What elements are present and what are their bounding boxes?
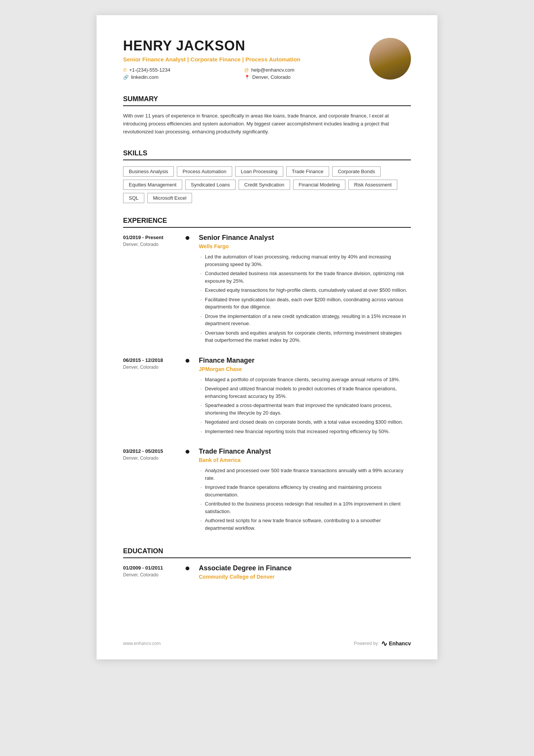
skills-list: Business AnalysisProcess AutomationLoan … xyxy=(123,166,411,203)
exp-content: Trade Finance AnalystBank of AmericaAnal… xyxy=(191,448,411,534)
exp-dates-col: 01/2019 - PresentDenver, Colorado xyxy=(123,234,184,346)
skill-tag: Loan Processing xyxy=(235,166,283,177)
skill-tag: Equities Management xyxy=(123,180,182,190)
exp-dates-col: 06/2015 - 12/2018Denver, Colorado xyxy=(123,357,184,437)
powered-by-text: Powered by xyxy=(354,641,378,646)
exp-company: Bank of America xyxy=(199,457,411,463)
experience-section: EXPERIENCE 01/2019 - PresentDenver, Colo… xyxy=(123,217,411,534)
exp-bullet: Facilitated three syndicated loan deals,… xyxy=(199,296,411,311)
exp-bullet: Executed equity transactions for high-pr… xyxy=(199,286,411,294)
email-icon: @ xyxy=(244,67,249,73)
edu-degree: Associate Degree in Finance xyxy=(199,564,411,572)
email-contact: @ help@enhancv.com xyxy=(244,67,358,73)
exp-content: Finance ManagerJPMorgan ChaseManaged a p… xyxy=(191,357,411,437)
skills-section: SKILLS Business AnalysisProcess Automati… xyxy=(123,149,411,203)
location-icon: 📍 xyxy=(244,75,250,80)
exp-bullet: Contributed to the business process rede… xyxy=(199,500,411,515)
exp-bullet: Oversaw bonds and equities analysis for … xyxy=(199,329,411,344)
avatar-image xyxy=(369,38,411,80)
exp-dates-col: 03/2012 - 05/2015Denver, Colorado xyxy=(123,448,184,534)
exp-bullet: Implemented new financial reporting tool… xyxy=(199,428,411,435)
exp-bullet: Developed and utilized financial models … xyxy=(199,385,411,400)
exp-bullet: Spearheaded a cross-departmental team th… xyxy=(199,402,411,416)
location-contact: 📍 Denver, Colorado xyxy=(244,74,358,80)
experience-item: 01/2019 - PresentDenver, ColoradoSenior … xyxy=(123,234,411,346)
skill-tag: SQL xyxy=(123,193,144,203)
summary-title: SUMMARY xyxy=(123,95,411,106)
avatar xyxy=(369,38,411,80)
skills-title: SKILLS xyxy=(123,149,411,160)
education-item: 01/2009 - 01/2011Denver, ColoradoAssocia… xyxy=(123,564,411,584)
contact-grid: ✆ +1-(234)-555-1234 @ help@enhancv.com 🔗… xyxy=(123,67,358,80)
exp-dot xyxy=(186,359,189,363)
exp-dates: 06/2015 - 12/2018 xyxy=(123,357,184,363)
logo-icon: ∿ xyxy=(381,639,387,648)
linkedin-text: linkedin.com xyxy=(131,74,158,80)
exp-dot-col xyxy=(184,448,191,534)
exp-bullet: Analyzed and processed over 500 trade fi… xyxy=(199,467,411,482)
enhancv-logo: ∿ Enhancv xyxy=(381,639,411,648)
experience-list: 01/2019 - PresentDenver, ColoradoSenior … xyxy=(123,234,411,534)
exp-company: JPMorgan Chase xyxy=(199,366,411,372)
exp-location: Denver, Colorado xyxy=(123,455,184,461)
footer-url: www.enhancv.com xyxy=(123,641,161,646)
email-text: help@enhancv.com xyxy=(251,67,294,73)
experience-title: EXPERIENCE xyxy=(123,217,411,228)
experience-item: 03/2012 - 05/2015Denver, ColoradoTrade F… xyxy=(123,448,411,534)
footer-powered: Powered by ∿ Enhancv xyxy=(354,639,411,648)
skill-tag: Financial Modeling xyxy=(293,180,345,190)
skill-tag: Corporate Bonds xyxy=(332,166,381,177)
exp-location: Denver, Colorado xyxy=(123,365,184,370)
exp-dot-col xyxy=(184,357,191,437)
skill-tag: Process Automation xyxy=(177,166,232,177)
experience-item: 06/2015 - 12/2018Denver, ColoradoFinance… xyxy=(123,357,411,437)
summary-section: SUMMARY With over 11 years of experience… xyxy=(123,95,411,136)
education-list: 01/2009 - 01/2011Denver, ColoradoAssocia… xyxy=(123,564,411,584)
edu-dot-col xyxy=(184,564,191,584)
resume-page: HENRY JACKSON Senior Finance Analyst | C… xyxy=(97,15,437,659)
linkedin-contact: 🔗 linkedin.com xyxy=(123,74,237,80)
skill-tag: Microsoft Excel xyxy=(147,193,192,203)
skill-tag: Syndicated Loans xyxy=(185,180,236,190)
edu-location: Denver, Colorado xyxy=(123,572,184,578)
exp-bullets: Led the automation of loan processing, r… xyxy=(199,253,411,344)
exp-dot xyxy=(186,450,189,454)
education-title: EDUCATION xyxy=(123,547,411,558)
linkedin-icon: 🔗 xyxy=(123,75,129,80)
exp-dot xyxy=(186,236,189,240)
header-section: HENRY JACKSON Senior Finance Analyst | C… xyxy=(123,38,411,80)
exp-job-title: Finance Manager xyxy=(199,357,411,365)
phone-icon: ✆ xyxy=(123,67,127,73)
exp-dot-col xyxy=(184,234,191,346)
exp-bullets: Analyzed and processed over 500 trade fi… xyxy=(199,467,411,532)
phone-text: +1-(234)-555-1234 xyxy=(129,67,170,73)
education-section: EDUCATION 01/2009 - 01/2011Denver, Color… xyxy=(123,547,411,584)
location-text: Denver, Colorado xyxy=(252,74,290,80)
exp-bullets: Managed a portfolio of corporate finance… xyxy=(199,376,411,435)
exp-bullet: Negotiated and closed deals on corporate… xyxy=(199,418,411,426)
skill-tag: Credit Syndication xyxy=(239,180,290,190)
exp-dates: 03/2012 - 05/2015 xyxy=(123,448,184,454)
edu-dates-col: 01/2009 - 01/2011Denver, Colorado xyxy=(123,564,184,584)
edu-dot xyxy=(186,567,189,570)
skill-tag: Trade Finance xyxy=(286,166,329,177)
exp-location: Denver, Colorado xyxy=(123,242,184,247)
exp-bullet: Drove the implementation of a new credit… xyxy=(199,313,411,327)
exp-company: Wells Fargo xyxy=(199,243,411,249)
exp-bullet: Led the automation of loan processing, r… xyxy=(199,253,411,268)
exp-bullet: Conducted detailed business risk assessm… xyxy=(199,270,411,285)
phone-contact: ✆ +1-(234)-555-1234 xyxy=(123,67,237,73)
edu-content: Associate Degree in FinanceCommunity Col… xyxy=(191,564,411,584)
skill-tag: Business Analysis xyxy=(123,166,174,177)
exp-bullet: Authored test scripts for a new trade fi… xyxy=(199,517,411,532)
exp-bullet: Managed a portfolio of corporate finance… xyxy=(199,376,411,383)
edu-dates: 01/2009 - 01/2011 xyxy=(123,564,184,571)
exp-job-title: Senior Finance Analyst xyxy=(199,234,411,242)
exp-bullet: Improved trade finance operations effici… xyxy=(199,484,411,498)
candidate-name: HENRY JACKSON xyxy=(123,38,358,54)
exp-job-title: Trade Finance Analyst xyxy=(199,448,411,455)
skill-tag: Risk Assessment xyxy=(348,180,397,190)
header-left: HENRY JACKSON Senior Finance Analyst | C… xyxy=(123,38,358,80)
exp-content: Senior Finance AnalystWells FargoLed the… xyxy=(191,234,411,346)
candidate-title: Senior Finance Analyst | Corporate Finan… xyxy=(123,56,358,63)
